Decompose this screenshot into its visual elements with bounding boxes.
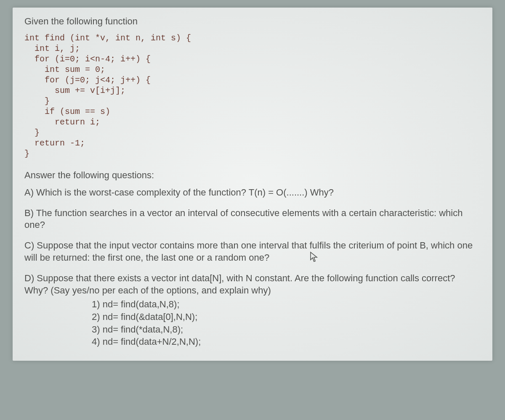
code-line: } <box>24 128 40 137</box>
code-line: for (j=0; j<4; j++) { <box>24 75 151 85</box>
code-line: int i, j; <box>24 44 80 53</box>
question-d: D) Suppose that there exists a vector in… <box>24 272 481 296</box>
function-calls-list: 1) nd= find(data,N,8); 2) nd= find(&data… <box>92 298 481 348</box>
code-line: int sum = 0; <box>24 65 105 74</box>
code-line: sum += v[i+j]; <box>24 86 125 95</box>
question-b: B) The function searches in a vector an … <box>24 207 481 231</box>
question-c-text: C) Suppose that the input vector contain… <box>24 240 473 263</box>
call-option-1: 1) nd= find(data,N,8); <box>92 298 481 311</box>
questions-heading: Answer the following questions: <box>24 170 481 181</box>
code-line: } <box>24 96 50 106</box>
call-option-2: 2) nd= find(&data[0],N,N); <box>92 311 481 323</box>
call-option-4: 4) nd= find(data+N/2,N,N); <box>92 335 481 348</box>
code-line: } <box>24 149 29 158</box>
code-line: int find (int *v, int n, int s) { <box>24 33 191 43</box>
code-line: for (i=0; i<n-4; i++) { <box>24 54 151 64</box>
document-page: Given the following function int find (i… <box>13 8 492 361</box>
intro-text: Given the following function <box>24 16 481 27</box>
question-a: A) Which is the worst-case complexity of… <box>24 187 481 199</box>
code-line: return -1; <box>24 138 85 148</box>
code-line: if (sum == s) <box>24 107 110 116</box>
call-option-3: 3) nd= find(*data,N,8); <box>92 323 481 336</box>
code-block: int find (int *v, int n, int s) { int i,… <box>24 33 481 159</box>
code-line: return i; <box>24 117 100 127</box>
question-c: C) Suppose that the input vector contain… <box>24 240 481 264</box>
cursor-icon <box>310 251 318 262</box>
